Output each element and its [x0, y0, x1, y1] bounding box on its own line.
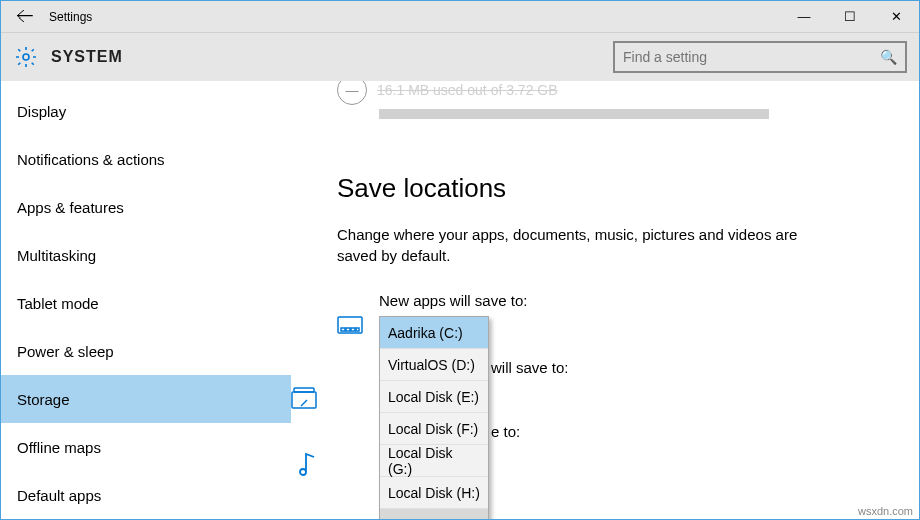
dropdown-item-label: Local Disk (G:) [388, 445, 480, 477]
dropdown-item-label: Local Disk (F:) [388, 421, 478, 437]
dropdown-list: Aadrika (C:) VirtualOS (D:) Local Disk (… [379, 316, 489, 519]
close-icon: ✕ [891, 9, 902, 24]
sidebar-item-label: Storage [17, 391, 70, 408]
search-box[interactable]: 🔍 [613, 41, 907, 73]
apps-icon [337, 315, 363, 337]
window-controls: — ☐ ✕ [781, 1, 919, 33]
dropdown-item[interactable]: Local Disk (H:) [380, 477, 488, 509]
dropdown-item[interactable]: VirtualOS (D:) [380, 349, 488, 381]
sidebar-item-offline-maps[interactable]: Offline maps [1, 423, 291, 471]
header: SYSTEM 🔍 [1, 33, 919, 81]
minimize-button[interactable]: — [781, 1, 827, 33]
search-input[interactable] [623, 49, 880, 65]
sidebar-item-power-sleep[interactable]: Power & sleep [1, 327, 291, 375]
save-row-apps: Aadrika (C:) VirtualOS (D:) Local Disk (… [337, 315, 919, 337]
storage-drive-row: — 16.1 MB used out of 3.72 GB [337, 81, 919, 105]
svg-point-0 [23, 54, 29, 60]
storage-used-text: 16.1 MB used out of 3.72 GB [377, 82, 558, 98]
maximize-button[interactable]: ☐ [827, 1, 873, 33]
settings-window: 🡠 Settings — ☐ ✕ SYSTEM 🔍 Display Notifi… [0, 0, 920, 520]
window-title: Settings [49, 10, 92, 24]
drive-icon: — [337, 81, 367, 105]
dropdown-item-label: VirtualOS (D:) [388, 357, 475, 373]
svg-rect-3 [346, 328, 350, 331]
section-title: Save locations [337, 173, 919, 204]
sidebar-item-tablet-mode[interactable]: Tablet mode [1, 279, 291, 327]
svg-rect-6 [292, 392, 316, 408]
sidebar-item-label: Tablet mode [17, 295, 99, 312]
svg-rect-5 [356, 328, 359, 331]
sidebar-item-display[interactable]: Display [1, 87, 291, 135]
sidebar-item-label: Display [17, 103, 66, 120]
sidebar-item-label: Notifications & actions [17, 151, 165, 168]
gear-icon [13, 44, 39, 70]
sidebar-item-label: Power & sleep [17, 343, 114, 360]
maximize-icon: ☐ [844, 9, 856, 24]
sidebar-item-multitasking[interactable]: Multitasking [1, 231, 291, 279]
dropdown-item-label: Local Disk (E:) [388, 389, 479, 405]
dropdown-item[interactable]: Aadrika (C:) [380, 317, 488, 349]
save-label-apps: New apps will save to: [379, 292, 919, 309]
svg-rect-4 [351, 328, 355, 331]
save-label-documents-partial: will save to: [491, 359, 569, 376]
dropdown-item-label: Local Disk (H:) [388, 485, 480, 501]
watermark: wsxdn.com [858, 505, 913, 517]
section-description: Change where your apps, documents, music… [337, 224, 817, 266]
sidebar-item-default-apps[interactable]: Default apps [1, 471, 291, 519]
sidebar-item-label: Multitasking [17, 247, 96, 264]
header-title: SYSTEM [51, 48, 123, 66]
dropdown-item[interactable]: Local Disk (F:) [380, 413, 488, 445]
dropdown-item[interactable]: USB Drive (I:) [380, 509, 488, 519]
documents-icon [291, 387, 317, 409]
sidebar-item-label: Offline maps [17, 439, 101, 456]
sidebar-item-apps-features[interactable]: Apps & features [1, 183, 291, 231]
titlebar: 🡠 Settings — ☐ ✕ [1, 1, 919, 33]
dropdown-item[interactable]: Local Disk (E:) [380, 381, 488, 413]
save-block-apps: New apps will save to: Aadrika (C:) Virt… [337, 292, 919, 337]
body: Display Notifications & actions Apps & f… [1, 81, 919, 519]
minimize-icon: — [798, 9, 811, 24]
sidebar-item-label: Default apps [17, 487, 101, 504]
close-button[interactable]: ✕ [873, 1, 919, 33]
sidebar-item-label: Apps & features [17, 199, 124, 216]
music-icon [295, 453, 321, 475]
svg-rect-7 [294, 388, 314, 392]
storage-bar [379, 109, 769, 119]
svg-rect-2 [341, 328, 345, 331]
back-button[interactable]: 🡠 [1, 1, 49, 33]
search-icon: 🔍 [880, 49, 897, 65]
dropdown-item-label: USB Drive (I:) [388, 517, 474, 519]
dropdown-item-label: Aadrika (C:) [388, 325, 463, 341]
content: — 16.1 MB used out of 3.72 GB Save locat… [291, 81, 919, 519]
dropdown-item[interactable]: Local Disk (G:) [380, 445, 488, 477]
sidebar-item-notifications[interactable]: Notifications & actions [1, 135, 291, 183]
sidebar-item-storage[interactable]: Storage [1, 375, 291, 423]
back-arrow-icon: 🡠 [16, 6, 34, 27]
save-label-music-partial: e to: [491, 423, 520, 440]
sidebar: Display Notifications & actions Apps & f… [1, 81, 291, 519]
